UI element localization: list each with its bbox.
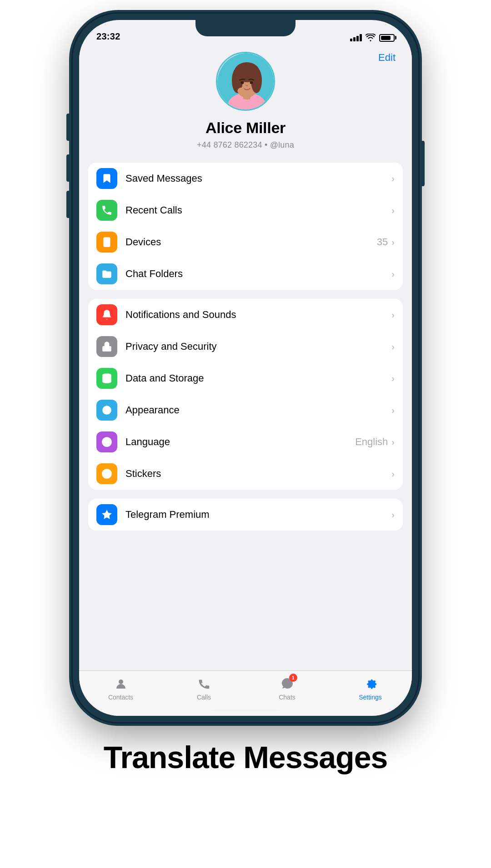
avatar-image [217,53,275,111]
settings-item-language[interactable]: Language English › [88,426,403,458]
settings-tab-label: Settings [359,694,382,701]
saved-messages-label: Saved Messages [125,173,391,184]
settings-item-saved-messages[interactable]: Saved Messages › [88,163,403,194]
appearance-chevron: › [391,405,395,416]
chats-tab-label: Chats [279,694,296,701]
settings-item-stickers[interactable]: Stickers › [88,458,403,490]
recent-calls-chevron: › [391,205,395,216]
user-info: +44 8762 862234 • @luna [197,140,294,150]
page-title: Translate Messages [0,722,491,802]
chats-tab-icon: 1 [279,675,296,692]
chat-folders-chevron: › [391,269,395,279]
signal-bar-1 [350,39,352,41]
settings-item-notifications[interactable]: Notifications and Sounds › [88,299,403,331]
svg-point-17 [102,469,112,479]
user-separator: • [265,140,270,149]
notifications-icon [96,304,117,325]
privacy-label: Privacy and Security [125,341,391,352]
contacts-tab-label: Contacts [108,694,133,701]
recent-calls-icon [96,200,117,221]
svg-point-6 [251,68,262,93]
svg-point-8 [250,81,253,84]
phone-screen: 23:32 [79,20,412,716]
content-area[interactable]: Edit [79,45,412,716]
signal-bar-3 [356,36,359,41]
stickers-icon [96,463,117,484]
signal-bar-4 [360,34,362,41]
wifi-icon [366,34,376,42]
settings-item-data[interactable]: Data and Storage › [88,362,403,394]
tab-chats[interactable]: 1 Chats [246,675,329,701]
recent-calls-label: Recent Calls [125,204,391,216]
appearance-label: Appearance [125,404,391,416]
data-label: Data and Storage [125,372,391,384]
status-time: 23:32 [96,31,120,42]
notifications-label: Notifications and Sounds [125,309,391,321]
premium-label: Telegram Premium [125,509,391,521]
signal-bar-2 [353,37,356,41]
contacts-tab-icon [113,675,129,692]
settings-group-1: Saved Messages › Recent Calls › Devi [88,163,403,290]
signal-bars-icon [350,34,362,41]
calls-tab-icon [196,675,212,692]
saved-messages-chevron: › [391,174,395,184]
devices-chevron: › [391,237,395,248]
notch [195,20,296,36]
avatar [216,52,275,111]
language-chevron: › [391,437,395,447]
tab-settings[interactable]: Settings [329,675,412,701]
tab-calls[interactable]: Calls [162,675,246,701]
settings-item-privacy[interactable]: Privacy and Security › [88,331,403,362]
stickers-label: Stickers [125,468,391,480]
svg-rect-10 [103,237,110,247]
user-name: Alice Miller [205,119,286,137]
appearance-icon [96,400,117,421]
devices-value: 35 [377,236,388,248]
settings-tab-icon [362,675,379,692]
tab-bar: Contacts Calls 1 Chats [79,670,412,716]
status-icons [350,34,395,42]
settings-group-3: Telegram Premium › [88,499,403,531]
settings-item-appearance[interactable]: Appearance › [88,394,403,426]
privacy-icon [96,336,117,357]
battery-fill [381,36,391,40]
stickers-chevron: › [391,469,395,479]
data-chevron: › [391,373,395,384]
tab-contacts[interactable]: Contacts [79,675,162,701]
user-phone: +44 8762 862234 [197,140,262,149]
phone-shell: 23:32 [73,14,418,722]
language-icon [96,432,117,452]
svg-rect-12 [102,346,111,352]
data-icon [96,368,117,389]
language-value: English [355,436,388,448]
settings-item-devices[interactable]: Devices 35 › [88,226,403,258]
chats-badge: 1 [289,674,297,682]
devices-label: Devices [125,236,377,248]
settings-item-recent-calls[interactable]: Recent Calls › [88,194,403,226]
settings-group-2: Notifications and Sounds › Privacy and S… [88,299,403,490]
profile-section: Edit [79,45,412,163]
saved-messages-icon [96,168,117,189]
premium-chevron: › [391,510,395,520]
calls-tab-label: Calls [197,694,211,701]
language-label: Language [125,436,355,448]
devices-icon [96,232,117,253]
battery-icon [379,34,395,42]
premium-icon [96,504,117,525]
notifications-chevron: › [391,310,395,320]
privacy-chevron: › [391,342,395,352]
svg-point-20 [119,680,123,684]
svg-point-7 [241,81,244,84]
settings-item-premium[interactable]: Telegram Premium › [88,499,403,531]
user-username: @luna [270,140,294,149]
settings-item-chat-folders[interactable]: Chat Folders › [88,258,403,290]
chat-folders-label: Chat Folders [125,268,391,280]
edit-button[interactable]: Edit [378,52,396,64]
chat-folders-icon [96,263,117,284]
